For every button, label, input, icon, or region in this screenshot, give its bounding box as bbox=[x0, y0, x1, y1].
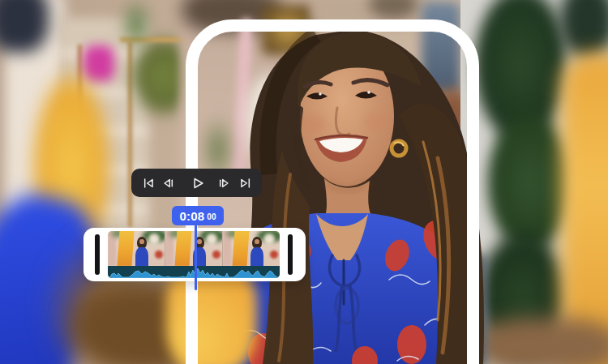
frame-forward-icon bbox=[218, 178, 230, 189]
playhead-time: 0:08 bbox=[180, 210, 205, 222]
skip-start-button[interactable] bbox=[143, 169, 155, 197]
playhead-frames: 00 bbox=[207, 211, 216, 221]
playhead-line[interactable] bbox=[195, 225, 197, 290]
trim-handle-right[interactable] bbox=[288, 234, 293, 275]
filmstrip-thumbnail bbox=[108, 231, 165, 266]
audio-waveform bbox=[108, 266, 280, 278]
filmstrip-thumbnail bbox=[223, 231, 280, 266]
promo-canvas: 0:08 00 bbox=[0, 0, 608, 364]
play-icon bbox=[191, 177, 205, 190]
play-button[interactable] bbox=[191, 169, 205, 197]
skip-start-icon bbox=[143, 178, 155, 189]
waveform-shape bbox=[108, 268, 280, 278]
trim-handle-left[interactable] bbox=[95, 234, 100, 275]
playhead-time-badge[interactable]: 0:08 00 bbox=[172, 206, 224, 225]
skip-end-button[interactable] bbox=[239, 169, 251, 197]
skip-end-icon bbox=[239, 178, 251, 189]
playback-controls bbox=[131, 169, 262, 197]
frame-forward-button[interactable] bbox=[218, 169, 230, 197]
filmstrip-thumbs bbox=[108, 231, 280, 266]
frame-back-icon bbox=[162, 178, 174, 189]
filmstrip[interactable] bbox=[108, 231, 280, 278]
frame-back-button[interactable] bbox=[162, 169, 174, 197]
